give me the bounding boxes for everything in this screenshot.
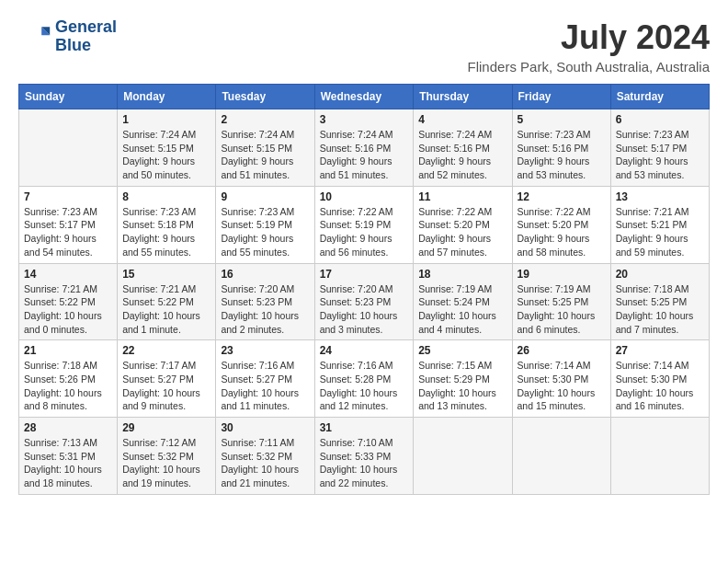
day-number: 27: [616, 344, 704, 357]
calendar-cell: 6Sunrise: 7:23 AMSunset: 5:17 PMDaylight…: [610, 109, 709, 187]
day-number: 19: [518, 268, 606, 281]
day-number: 30: [221, 421, 309, 434]
calendar-header: SundayMondayTuesdayWednesdayThursdayFrid…: [19, 85, 710, 109]
day-number: 29: [122, 421, 210, 434]
day-info: Sunrise: 7:14 AMSunset: 5:30 PMDaylight:…: [616, 359, 704, 413]
day-info: Sunrise: 7:15 AMSunset: 5:29 PMDaylight:…: [418, 359, 506, 413]
week-row-1: 1Sunrise: 7:24 AMSunset: 5:15 PMDaylight…: [19, 109, 710, 187]
calendar-cell: 24Sunrise: 7:16 AMSunset: 5:28 PMDayligh…: [314, 340, 414, 418]
day-number: 8: [122, 190, 210, 203]
day-info: Sunrise: 7:11 AMSunset: 5:32 PMDaylight:…: [221, 436, 309, 490]
day-info: Sunrise: 7:19 AMSunset: 5:25 PMDaylight:…: [518, 282, 606, 337]
week-row-3: 14Sunrise: 7:21 AMSunset: 5:22 PMDayligh…: [19, 263, 710, 340]
calendar-cell: 21Sunrise: 7:18 AMSunset: 5:26 PMDayligh…: [19, 340, 118, 418]
day-info: Sunrise: 7:16 AMSunset: 5:28 PMDaylight:…: [320, 359, 409, 413]
calendar-cell: 2Sunrise: 7:24 AMSunset: 5:15 PMDaylight…: [216, 109, 314, 187]
calendar-cell: 8Sunrise: 7:23 AMSunset: 5:18 PMDaylight…: [118, 186, 216, 263]
calendar-cell: 11Sunrise: 7:22 AMSunset: 5:20 PMDayligh…: [414, 186, 512, 263]
calendar-cell: 5Sunrise: 7:23 AMSunset: 5:16 PMDaylight…: [512, 109, 610, 187]
day-number: 14: [24, 268, 112, 281]
header: General Blue July 2024 Flinders Park, So…: [18, 18, 710, 75]
calendar-cell: 31Sunrise: 7:10 AMSunset: 5:33 PMDayligh…: [314, 418, 414, 495]
header-cell-tuesday: Tuesday: [216, 85, 314, 109]
day-info: Sunrise: 7:24 AMSunset: 5:15 PMDaylight:…: [122, 128, 210, 182]
day-info: Sunrise: 7:24 AMSunset: 5:15 PMDaylight:…: [221, 128, 309, 182]
calendar-cell: 15Sunrise: 7:21 AMSunset: 5:22 PMDayligh…: [118, 263, 216, 340]
calendar-cell: [512, 418, 610, 495]
calendar-cell: 23Sunrise: 7:16 AMSunset: 5:27 PMDayligh…: [216, 340, 314, 418]
day-info: Sunrise: 7:18 AMSunset: 5:26 PMDaylight:…: [24, 359, 112, 413]
day-number: 18: [418, 268, 506, 281]
month-title: July 2024: [468, 18, 710, 57]
day-number: 22: [122, 344, 210, 357]
day-info: Sunrise: 7:21 AMSunset: 5:22 PMDaylight:…: [24, 282, 112, 337]
day-number: 26: [518, 344, 606, 357]
day-info: Sunrise: 7:18 AMSunset: 5:25 PMDaylight:…: [616, 282, 704, 337]
calendar-table: SundayMondayTuesdayWednesdayThursdayFrid…: [18, 84, 710, 495]
calendar-cell: 30Sunrise: 7:11 AMSunset: 5:32 PMDayligh…: [216, 418, 314, 495]
day-info: Sunrise: 7:23 AMSunset: 5:18 PMDaylight:…: [122, 205, 210, 259]
day-number: 10: [320, 190, 409, 203]
day-number: 1: [122, 113, 210, 126]
day-number: 21: [24, 344, 112, 357]
week-row-5: 28Sunrise: 7:13 AMSunset: 5:31 PMDayligh…: [19, 418, 710, 495]
day-info: Sunrise: 7:21 AMSunset: 5:21 PMDaylight:…: [616, 205, 704, 259]
header-cell-friday: Friday: [512, 85, 610, 109]
logo: General Blue: [18, 18, 117, 55]
day-number: 15: [122, 268, 210, 281]
logo-text: General Blue: [55, 18, 117, 55]
calendar-cell: 14Sunrise: 7:21 AMSunset: 5:22 PMDayligh…: [19, 263, 118, 340]
calendar-cell: 27Sunrise: 7:14 AMSunset: 5:30 PMDayligh…: [610, 340, 709, 418]
calendar-cell: [610, 418, 709, 495]
day-number: 12: [518, 190, 606, 203]
day-info: Sunrise: 7:19 AMSunset: 5:24 PMDaylight:…: [418, 282, 506, 337]
day-info: Sunrise: 7:22 AMSunset: 5:20 PMDaylight:…: [418, 205, 506, 259]
week-row-2: 7Sunrise: 7:23 AMSunset: 5:17 PMDaylight…: [19, 186, 710, 263]
day-number: 25: [418, 344, 506, 357]
calendar-cell: 28Sunrise: 7:13 AMSunset: 5:31 PMDayligh…: [19, 418, 118, 495]
calendar-cell: 25Sunrise: 7:15 AMSunset: 5:29 PMDayligh…: [414, 340, 512, 418]
day-info: Sunrise: 7:22 AMSunset: 5:20 PMDaylight:…: [518, 205, 606, 259]
title-area: July 2024 Flinders Park, South Australia…: [468, 18, 710, 75]
header-row: SundayMondayTuesdayWednesdayThursdayFrid…: [19, 85, 710, 109]
day-info: Sunrise: 7:17 AMSunset: 5:27 PMDaylight:…: [122, 359, 210, 413]
calendar-cell: [19, 109, 118, 187]
day-info: Sunrise: 7:23 AMSunset: 5:16 PMDaylight:…: [518, 128, 606, 182]
day-info: Sunrise: 7:24 AMSunset: 5:16 PMDaylight:…: [320, 128, 409, 182]
day-info: Sunrise: 7:20 AMSunset: 5:23 PMDaylight:…: [221, 282, 309, 337]
calendar-cell: 4Sunrise: 7:24 AMSunset: 5:16 PMDaylight…: [414, 109, 512, 187]
calendar-body: 1Sunrise: 7:24 AMSunset: 5:15 PMDaylight…: [19, 109, 710, 495]
calendar-cell: 19Sunrise: 7:19 AMSunset: 5:25 PMDayligh…: [512, 263, 610, 340]
day-number: 9: [221, 190, 309, 203]
header-cell-monday: Monday: [118, 85, 216, 109]
day-number: 2: [221, 113, 309, 126]
calendar-cell: 7Sunrise: 7:23 AMSunset: 5:17 PMDaylight…: [19, 186, 118, 263]
day-info: Sunrise: 7:21 AMSunset: 5:22 PMDaylight:…: [122, 282, 210, 337]
header-cell-saturday: Saturday: [610, 85, 709, 109]
calendar-cell: 22Sunrise: 7:17 AMSunset: 5:27 PMDayligh…: [118, 340, 216, 418]
calendar-cell: 16Sunrise: 7:20 AMSunset: 5:23 PMDayligh…: [216, 263, 314, 340]
day-number: 20: [616, 268, 704, 281]
calendar-cell: 10Sunrise: 7:22 AMSunset: 5:19 PMDayligh…: [314, 186, 414, 263]
day-number: 24: [320, 344, 409, 357]
calendar-cell: 20Sunrise: 7:18 AMSunset: 5:25 PMDayligh…: [610, 263, 709, 340]
calendar-cell: 3Sunrise: 7:24 AMSunset: 5:16 PMDaylight…: [314, 109, 414, 187]
calendar-cell: [414, 418, 512, 495]
day-info: Sunrise: 7:24 AMSunset: 5:16 PMDaylight:…: [418, 128, 506, 182]
day-number: 5: [518, 113, 606, 126]
day-number: 17: [320, 268, 409, 281]
header-cell-wednesday: Wednesday: [314, 85, 414, 109]
day-number: 11: [418, 190, 506, 203]
calendar-cell: 13Sunrise: 7:21 AMSunset: 5:21 PMDayligh…: [610, 186, 709, 263]
day-number: 4: [418, 113, 506, 126]
day-number: 7: [24, 190, 112, 203]
day-info: Sunrise: 7:23 AMSunset: 5:17 PMDaylight:…: [24, 205, 112, 259]
calendar-cell: 1Sunrise: 7:24 AMSunset: 5:15 PMDaylight…: [118, 109, 216, 187]
svg-rect-0: [18, 20, 51, 53]
location-title: Flinders Park, South Australia, Australi…: [468, 59, 710, 75]
calendar-cell: 26Sunrise: 7:14 AMSunset: 5:30 PMDayligh…: [512, 340, 610, 418]
day-info: Sunrise: 7:23 AMSunset: 5:17 PMDaylight:…: [616, 128, 704, 182]
calendar-cell: 29Sunrise: 7:12 AMSunset: 5:32 PMDayligh…: [118, 418, 216, 495]
day-number: 3: [320, 113, 409, 126]
day-info: Sunrise: 7:20 AMSunset: 5:23 PMDaylight:…: [320, 282, 409, 337]
